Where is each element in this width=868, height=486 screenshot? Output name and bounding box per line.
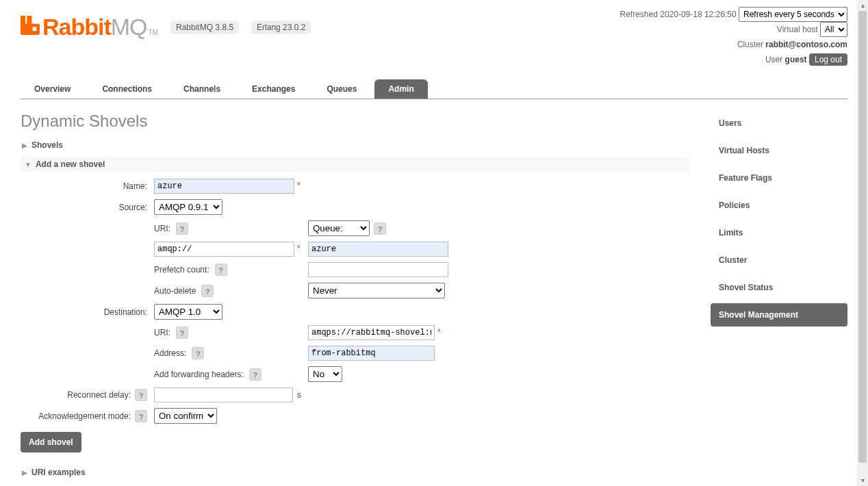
section-add-shovel-label: Add a new shovel: [36, 159, 105, 169]
help-icon[interactable]: ?: [201, 285, 214, 297]
page-title: Dynamic Shovels: [21, 112, 690, 131]
chevron-down-icon: ▼: [25, 161, 31, 168]
logo: RabbitMQ TM: [21, 14, 158, 40]
shovel-form: Name: * Source: AMQP 0.9.1 URI: ? Queue:…: [21, 179, 690, 424]
autodelete-label: Auto-delete: [154, 286, 196, 296]
sidebar-item-cluster[interactable]: Cluster: [711, 248, 847, 272]
help-icon[interactable]: ?: [374, 222, 386, 235]
scroll-thumb[interactable]: [858, 11, 867, 463]
source-queue-input[interactable]: [308, 242, 448, 257]
refreshed-label: Refreshed 2020-09-18 12:26:50: [620, 10, 737, 19]
name-input[interactable]: [154, 179, 294, 194]
sidebar-item-shovel-management[interactable]: Shovel Management: [711, 303, 847, 327]
dest-protocol-select[interactable]: AMQP 1.0: [154, 304, 222, 320]
sidebar-item-vhosts[interactable]: Virtual Hosts: [711, 139, 847, 162]
reconnect-input[interactable]: [154, 387, 293, 402]
prefetch-label: Prefetch count:: [154, 265, 209, 274]
vhost-select[interactable]: All: [820, 22, 847, 37]
logout-button[interactable]: Log out: [809, 53, 847, 66]
help-icon[interactable]: ?: [135, 389, 147, 401]
rabbitmq-icon: [21, 16, 40, 35]
help-icon[interactable]: ?: [135, 410, 147, 422]
user-label: User: [765, 55, 782, 64]
help-icon[interactable]: ?: [215, 264, 227, 276]
svg-rect-3: [33, 27, 37, 31]
logo-area: RabbitMQ TM RabbitMQ 3.8.5 Erlang 23.0.2: [21, 7, 311, 40]
name-label: Name:: [21, 181, 147, 191]
scroll-up-icon[interactable]: ▴: [857, 0, 868, 11]
logo-text: RabbitMQ: [42, 14, 147, 40]
tab-admin[interactable]: Admin: [374, 79, 427, 99]
required-icon: *: [297, 244, 301, 253]
ack-mode-select[interactable]: On confirm: [154, 408, 217, 424]
dest-uri-input[interactable]: [308, 325, 435, 340]
section-shovels-label: Shovels: [31, 140, 63, 150]
required-icon: *: [297, 181, 301, 190]
help-icon[interactable]: ?: [192, 347, 204, 359]
sidebar-item-feature-flags[interactable]: Feature Flags: [711, 166, 847, 190]
section-uri-examples[interactable]: ▶ URI examples: [21, 465, 690, 480]
sidebar-item-shovel-status[interactable]: Shovel Status: [711, 276, 847, 299]
section-uri-examples-label: URI examples: [31, 468, 86, 477]
source-type-select[interactable]: Queue:: [308, 220, 370, 236]
reconnect-suffix: s: [297, 390, 301, 400]
logo-tm: TM: [149, 29, 158, 36]
chevron-right-icon: ▶: [22, 142, 27, 149]
reconnect-label: Reconnect delay:: [67, 390, 131, 400]
fwd-headers-select[interactable]: No: [308, 366, 342, 382]
ack-label: Acknowledgement mode:: [38, 411, 131, 421]
section-shovels[interactable]: ▶ Shovels: [21, 138, 690, 153]
chevron-right-icon: ▶: [22, 469, 27, 476]
admin-sidebar: Users Virtual Hosts Feature Flags Polici…: [711, 112, 847, 331]
source-label: Source:: [21, 203, 147, 212]
source-uri-label: URI:: [154, 224, 170, 233]
source-protocol-select[interactable]: AMQP 0.9.1: [154, 199, 222, 215]
erlang-version-badge: Erlang 23.0.2: [251, 21, 311, 34]
status-block: Refreshed 2020-09-18 12:26:50 Refresh ev…: [620, 7, 847, 67]
rmq-version-badge: RabbitMQ 3.8.5: [170, 21, 239, 34]
svg-rect-2: [21, 24, 40, 35]
help-icon[interactable]: ?: [249, 368, 261, 381]
fwd-headers-label: Add forwarding headers:: [154, 370, 244, 379]
vhost-label: Virtual host: [777, 25, 818, 34]
cluster-value: rabbit@contoso.com: [765, 40, 847, 49]
required-icon: *: [437, 327, 441, 337]
sidebar-item-policies[interactable]: Policies: [711, 194, 847, 217]
nav-tabs: Overview Connections Channels Exchanges …: [21, 79, 847, 99]
scroll-down-icon[interactable]: ▾: [857, 475, 868, 484]
prefetch-input[interactable]: [308, 262, 448, 277]
scrollbar[interactable]: ▴ ▾: [857, 0, 868, 484]
cluster-label: Cluster: [737, 40, 763, 49]
tab-exchanges[interactable]: Exchanges: [238, 79, 309, 99]
tab-overview[interactable]: Overview: [21, 79, 84, 99]
dest-label: Destination:: [21, 307, 147, 317]
add-shovel-button[interactable]: Add shovel: [21, 432, 81, 452]
help-icon[interactable]: ?: [176, 222, 188, 235]
refresh-interval-select[interactable]: Refresh every 5 seconds: [739, 7, 847, 22]
tab-channels[interactable]: Channels: [170, 79, 234, 99]
address-input[interactable]: [308, 346, 435, 361]
autodelete-select[interactable]: Never: [308, 283, 445, 298]
address-label: Address:: [154, 348, 186, 358]
tab-connections[interactable]: Connections: [88, 79, 166, 99]
source-uri-input[interactable]: [154, 242, 294, 257]
sidebar-item-users[interactable]: Users: [711, 112, 847, 135]
help-icon[interactable]: ?: [176, 327, 188, 339]
tab-queues[interactable]: Queues: [313, 79, 370, 99]
section-add-shovel[interactable]: ▼ Add a new shovel: [21, 157, 690, 172]
sidebar-item-limits[interactable]: Limits: [711, 221, 847, 244]
user-value: guest: [785, 55, 807, 64]
dest-uri-label: URI:: [154, 328, 170, 337]
